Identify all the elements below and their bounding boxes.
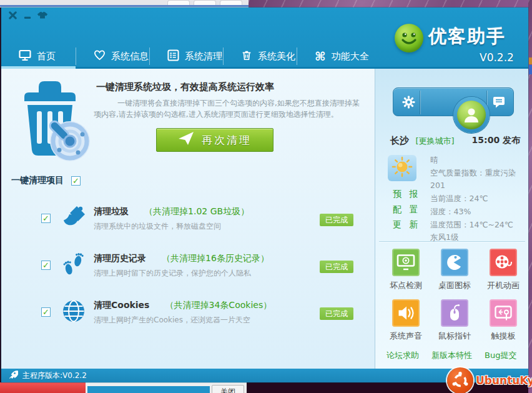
- nav-bar: 首页 系统信息 系统清理: [1, 46, 370, 67]
- select-all-checkbox[interactable]: ✓: [71, 176, 81, 186]
- tool-label: 坏点检测: [390, 280, 422, 291]
- item-checkbox[interactable]: ✓: [41, 214, 51, 223]
- minimize-icon: [24, 10, 32, 22]
- new-features-link[interactable]: 新版本特性: [431, 350, 472, 361]
- command-icon: ⌘: [315, 51, 326, 62]
- weather-aqi: 空气质量指数：重度污染 201: [430, 167, 525, 192]
- background-window-red: [0, 382, 86, 393]
- forum-help-link[interactable]: 论坛求助: [387, 350, 419, 361]
- tab-all-functions[interactable]: ⌘ 功能大全: [297, 46, 370, 67]
- item-result: （共清理掉1.02 GB垃圾）: [144, 206, 249, 217]
- ubuntu-logo-icon: [447, 367, 473, 393]
- status-badge: 已完成: [320, 261, 353, 273]
- tab-label: 系统信息: [111, 51, 149, 62]
- pacman-icon: [441, 249, 468, 276]
- weather-update-link[interactable]: 更 新: [393, 219, 420, 231]
- user-bar: [393, 87, 514, 116]
- weather-current-temp: 当前温度：24℃: [430, 192, 525, 206]
- change-city-link[interactable]: [更换城市]: [415, 136, 454, 146]
- item-title: 清理历史记录: [94, 253, 146, 264]
- item-title: 清理Cookies: [94, 300, 149, 311]
- weather-humidity: 湿度：43%: [430, 206, 525, 219]
- description-line2: 项内容,请去掉该项的勾选框,进入系统清理页面进行更细致地选择性清理。: [94, 110, 338, 119]
- monitor-icon: [19, 49, 31, 64]
- active-tab-underline: [1, 66, 76, 69]
- item-description: 清理系统中的垃圾文件，释放磁盘空间: [94, 221, 249, 232]
- close-window-button[interactable]: [6, 10, 19, 21]
- tool-label: 鼠标指针: [438, 331, 471, 342]
- bug-report-link[interactable]: Bug提交: [485, 350, 516, 361]
- status-badge: 已完成: [320, 307, 353, 320]
- heart-icon: [94, 49, 106, 63]
- touchpad-icon: [490, 299, 517, 327]
- tool-touchpad[interactable]: 触摸板: [479, 299, 528, 342]
- publish-time: 15:00 发布: [472, 135, 520, 146]
- weather-wind: 东风1级: [430, 231, 525, 244]
- minimize-window-button[interactable]: [21, 10, 34, 21]
- tool-dead-pixel-test[interactable]: 坏点检测: [382, 249, 430, 291]
- clean-again-label: 再次清理: [202, 133, 252, 147]
- weather-forecast-link[interactable]: 预 报: [393, 189, 420, 200]
- app-version: V0.2.2: [480, 51, 514, 64]
- app-header: 优客助手 V0.2.2 首页 系统信息: [1, 7, 528, 69]
- tool-label: 触摸板: [491, 331, 516, 342]
- desktop-icon-fragment: [529, 65, 532, 74]
- person-icon: [457, 101, 486, 129]
- user-avatar[interactable]: [453, 97, 490, 133]
- item-description: 清理上网时留下的历史记录，保护您的个人隐私: [94, 268, 269, 279]
- tab-system-beautify[interactable]: 系统美化: [224, 46, 297, 67]
- tab-label: 功能大全: [332, 51, 369, 62]
- list-box-icon: [167, 49, 179, 64]
- weather-condition: 晴: [430, 154, 525, 167]
- tool-label: 系统声音: [390, 331, 422, 342]
- background-dialog: 关闭: [86, 382, 247, 393]
- tab-label: 首页: [37, 51, 56, 62]
- brush-icon: [61, 205, 86, 230]
- clean-item-garbage: ✓ 清理垃圾 （共清理掉1.02 GB垃圾） 清理系统中的垃圾文件，释放磁盘空间: [1, 200, 375, 240]
- main-heading: 一键清理系统垃圾，有效提高系统运行效率: [96, 81, 274, 93]
- rocket-icon: [9, 370, 18, 381]
- city-name: 长沙: [390, 135, 409, 146]
- item-text: 清理垃圾 （共清理掉1.02 GB垃圾） 清理系统中的垃圾文件，释放磁盘空间: [94, 205, 249, 232]
- section-title: 一键清理项目: [11, 175, 64, 186]
- tab-system-info[interactable]: 系统信息: [76, 46, 149, 67]
- message-button[interactable]: [493, 96, 505, 111]
- item-text: 清理Cookies （共清理掉34条Cookies） 清理上网时产生的Cooki…: [94, 299, 272, 326]
- desktop-icon-fragment: [529, 57, 532, 64]
- tool-desktop-icons[interactable]: 桌面图标: [430, 249, 479, 291]
- item-text: 清理历史记录 （共清理掉16条历史记录） 清理上网时留下的历史记录，保护您的个人…: [94, 252, 269, 279]
- status-badge: 已完成: [320, 214, 353, 226]
- footprints-icon: [61, 252, 86, 277]
- tool-system-sound[interactable]: 系统声音: [382, 299, 430, 342]
- desktop: 关闭: [0, 0, 532, 393]
- chat-bubble-icon: [493, 99, 505, 111]
- paper-plane-icon: [178, 131, 194, 149]
- clean-item-history: ✓: [1, 247, 375, 287]
- main-description: 一键清理将会直接清理掉下面三个勾选项的内容,如果您不想直接清理掉某 项内容,请去…: [94, 97, 370, 120]
- tool-boot-animation[interactable]: 开机动画: [479, 249, 528, 291]
- tab-system-clean[interactable]: 系统清理: [150, 46, 223, 67]
- clean-item-cookies: ✓ 清理Cookies （共清理掉34条Cookies）: [1, 294, 375, 334]
- wallpaper: [249, 0, 532, 7]
- help-links: 论坛求助 新版本特性 Bug提交: [387, 350, 524, 361]
- speaker-icon: [392, 299, 420, 327]
- tool-label: 开机动画: [487, 280, 520, 291]
- item-checkbox[interactable]: ✓: [41, 307, 51, 317]
- city-row: 长沙 [更换城市] 15:00 发布: [390, 135, 520, 147]
- gear-icon: [402, 99, 415, 111]
- background-window-strip: [0, 0, 249, 7]
- divider: [379, 241, 525, 242]
- user-bar-divider: [420, 91, 420, 114]
- tool-mouse-pointer[interactable]: 鼠标指针: [430, 299, 479, 342]
- weather-details: 晴 空气质量指数：重度污染 201 当前温度：24℃ 湿度：43% 温度范围：1…: [430, 154, 525, 244]
- settings-button[interactable]: [402, 96, 415, 111]
- sun-icon: [391, 156, 413, 180]
- weather-config-link[interactable]: 配 置: [393, 204, 420, 216]
- item-checkbox[interactable]: ✓: [41, 261, 51, 270]
- content-area: 一键清理系统垃圾，有效提高系统运行效率 一键清理将会直接清理掉下面三个勾选项的内…: [1, 69, 528, 369]
- clean-again-button[interactable]: 再次清理: [156, 128, 273, 152]
- skin-button[interactable]: [36, 10, 49, 21]
- tab-label: 系统清理: [185, 51, 222, 62]
- close-button[interactable]: 关闭: [212, 385, 244, 393]
- tab-home[interactable]: 首页: [1, 46, 76, 67]
